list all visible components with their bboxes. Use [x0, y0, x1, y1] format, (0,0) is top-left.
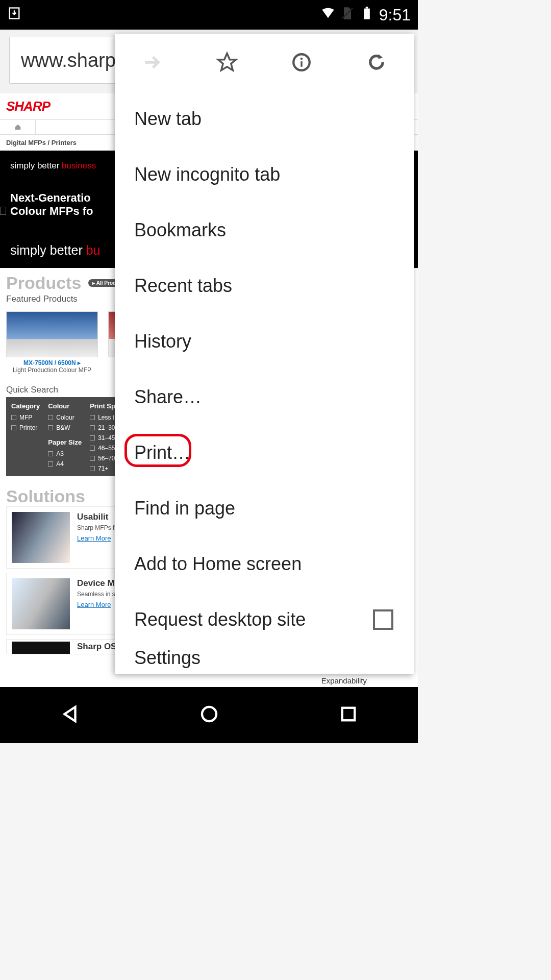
product-description: Light Production Colour MFP	[6, 366, 98, 374]
svg-rect-3	[365, 7, 368, 8]
forward-button[interactable]	[141, 51, 163, 74]
menu-item-label: Share…	[134, 386, 202, 408]
menu-print[interactable]: Print…	[115, 425, 414, 480]
page-info-button[interactable]	[290, 51, 313, 74]
menu-item-label: Add to Home screen	[134, 553, 302, 575]
menu-item-label: Print…	[134, 442, 190, 463]
checkbox-s3[interactable]	[90, 435, 95, 440]
menu-item-label: Recent tabs	[134, 275, 232, 297]
menu-new-tab[interactable]: New tab	[115, 91, 414, 146]
learn-more-link[interactable]: Learn More	[77, 601, 111, 608]
qs-s6: 71+	[98, 465, 108, 472]
android-nav-bar	[0, 687, 418, 743]
url-text: www.sharp	[21, 50, 116, 71]
qs-s2: 21–30	[98, 424, 115, 431]
qs-paper-header: Paper Size	[48, 438, 82, 446]
solution-image	[12, 642, 70, 654]
wifi-icon	[321, 6, 335, 24]
carousel-indicator[interactable]	[0, 207, 6, 215]
banner-tagline-a-accent: business	[62, 161, 96, 170]
checkbox-printer[interactable]	[11, 425, 16, 430]
checkbox-bw[interactable]	[48, 425, 53, 430]
qs-printer: Printer	[19, 424, 37, 431]
menu-item-label: New tab	[134, 108, 202, 130]
status-time: 9:51	[379, 6, 411, 24]
no-sim-icon	[340, 6, 355, 24]
menu-item-label: History	[134, 331, 191, 352]
svg-rect-2	[364, 8, 370, 19]
product-card[interactable]: MX-7500N / 6500N ▸ Light Production Colo…	[6, 311, 98, 374]
qs-s3: 31–45	[98, 434, 115, 442]
qs-s1: Less t	[98, 414, 114, 421]
expandability-label: Expandability	[321, 676, 367, 685]
qs-s4: 46–55	[98, 445, 115, 452]
battery-icon	[360, 6, 374, 24]
qs-a3: A3	[56, 450, 64, 457]
info-icon	[291, 52, 312, 73]
learn-more-link[interactable]: Learn More	[77, 534, 111, 542]
banner-tagline-a: simply better	[10, 161, 59, 170]
svg-rect-8	[301, 61, 303, 67]
circle-home-icon	[198, 703, 220, 725]
arrow-forward-icon	[141, 52, 163, 73]
menu-history[interactable]: History	[115, 313, 414, 369]
checkbox-s5[interactable]	[90, 456, 95, 461]
menu-recent-tabs[interactable]: Recent tabs	[115, 258, 414, 313]
menu-bookmarks[interactable]: Bookmarks	[115, 202, 414, 258]
browser-overflow-menu: New tab New incognito tab Bookmarks Rece…	[115, 34, 414, 674]
checkbox-s6[interactable]	[90, 466, 95, 471]
back-button[interactable]	[59, 703, 81, 727]
product-image	[6, 311, 98, 357]
qs-colour-header: Colour	[48, 402, 82, 410]
checkbox-a3[interactable]	[48, 451, 53, 456]
checkbox-a4[interactable]	[48, 461, 53, 467]
desktop-site-checkbox[interactable]	[373, 609, 393, 630]
star-icon	[216, 52, 238, 73]
solution-image	[12, 512, 70, 563]
home-button[interactable]	[198, 703, 220, 727]
download-icon	[7, 6, 21, 24]
qs-category-header: Category	[11, 402, 40, 410]
qs-s5: 56–70	[98, 455, 115, 462]
nav-home[interactable]	[0, 120, 36, 134]
menu-item-label: Bookmarks	[134, 219, 226, 241]
menu-find-in-page[interactable]: Find in page	[115, 480, 414, 536]
banner-tagline-b: simply better	[10, 243, 83, 257]
home-icon	[14, 124, 21, 131]
triangle-back-icon	[59, 703, 81, 725]
menu-share[interactable]: Share…	[115, 369, 414, 425]
checkbox-s4[interactable]	[90, 446, 95, 451]
svg-rect-5	[342, 708, 355, 721]
product-name: MX-7500N / 6500N ▸	[6, 359, 98, 366]
qs-colour: Colour	[56, 414, 74, 421]
bookmark-button[interactable]	[216, 51, 238, 74]
menu-item-label: Settings	[134, 647, 201, 669]
qs-bw: B&W	[56, 424, 70, 431]
menu-request-desktop-site[interactable]: Request desktop site	[115, 592, 414, 647]
square-recents-icon	[338, 703, 359, 725]
recents-button[interactable]	[338, 703, 359, 727]
qs-a4: A4	[56, 460, 64, 468]
reload-icon	[366, 52, 387, 73]
checkbox-s2[interactable]	[90, 425, 95, 430]
qs-mfp: MFP	[19, 414, 32, 421]
menu-settings[interactable]: Settings	[115, 647, 414, 670]
solution-image	[12, 578, 70, 629]
menu-new-incognito-tab[interactable]: New incognito tab	[115, 146, 414, 202]
menu-item-label: Request desktop site	[134, 609, 306, 630]
checkbox-s1[interactable]	[90, 415, 95, 420]
menu-item-label: Find in page	[134, 498, 235, 519]
menu-add-to-home-screen[interactable]: Add to Home screen	[115, 536, 414, 592]
checkbox-mfp[interactable]	[11, 415, 16, 420]
banner-tagline-b-accent: bu	[86, 243, 101, 257]
products-heading-text: Products	[6, 273, 81, 293]
reload-button[interactable]	[365, 51, 388, 74]
checkbox-colour[interactable]	[48, 415, 53, 420]
svg-point-7	[300, 58, 303, 60]
menu-item-label: New incognito tab	[134, 164, 280, 185]
svg-point-4	[202, 707, 216, 721]
status-bar: 9:51	[0, 0, 418, 30]
